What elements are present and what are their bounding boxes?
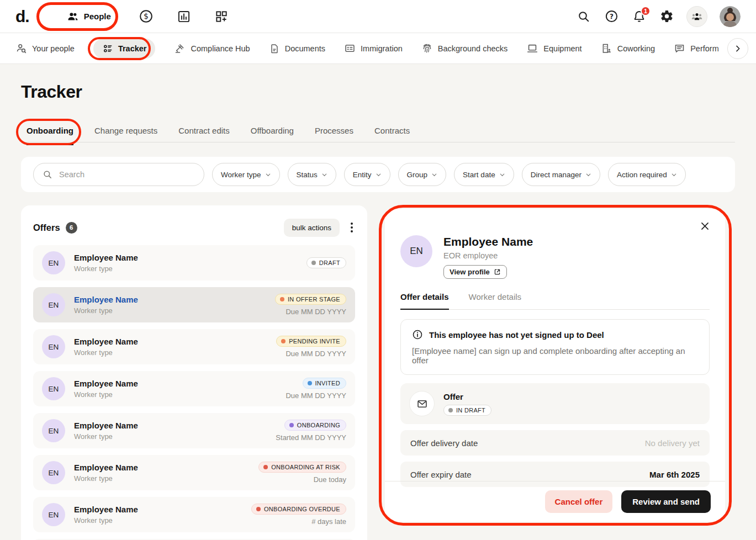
bulk-actions-button[interactable]: bulk actions xyxy=(284,219,340,237)
search-icon[interactable] xyxy=(576,9,591,24)
offer-delivery-date-row: Offer delivery date No delivery yet xyxy=(400,430,710,456)
id-card-icon xyxy=(344,43,356,54)
org-switcher-people[interactable]: People xyxy=(57,6,121,28)
filter-status[interactable]: Status xyxy=(288,163,336,186)
nav-item-performance[interactable]: Perform xyxy=(674,43,719,54)
filter-worker-type[interactable]: Worker type xyxy=(212,163,280,186)
notification-count-badge: 1 xyxy=(641,6,651,16)
person-search-icon xyxy=(15,43,27,54)
status-badge: IN OFFER STAGE xyxy=(275,294,346,305)
avatar: EN xyxy=(42,503,65,526)
due-date: Due MM DD YYYY xyxy=(286,350,346,358)
notice-body: [Employee name] can sign up and complete… xyxy=(412,346,698,365)
filter-action-required[interactable]: Action required xyxy=(608,163,686,186)
worker-type: Worker type xyxy=(74,516,138,525)
offer-row[interactable]: EN Employee NameWorker type ONBOARDING A… xyxy=(33,455,355,490)
nav-item-equipment[interactable]: Equipment xyxy=(526,43,581,55)
status-badge: PENDING INVITE xyxy=(276,336,346,347)
top-bar: d. People $ ? xyxy=(0,0,756,33)
filter-label: Group xyxy=(407,171,428,179)
external-link-icon xyxy=(494,268,501,276)
kebab-menu-icon[interactable] xyxy=(348,220,355,235)
status-badge: ONBOARDING xyxy=(284,420,346,431)
nav-item-tracker[interactable]: Tracker xyxy=(93,39,156,59)
offer-row[interactable]: EN Employee NameWorker type PENDING INVI… xyxy=(33,329,355,364)
search-field[interactable] xyxy=(33,163,204,186)
view-profile-label: View profile xyxy=(450,268,490,276)
due-date: Due MM DD YYYY xyxy=(286,308,346,316)
nav-item-compliance-hub[interactable]: Compliance Hub xyxy=(174,43,250,54)
payroll-dollar-icon[interactable]: $ xyxy=(139,9,154,24)
employee-name: Employee Name xyxy=(443,235,533,248)
nav-scroll-right-button[interactable] xyxy=(727,38,748,59)
nav-item-your-people[interactable]: Your people xyxy=(15,43,75,54)
employee-name[interactable]: Employee Name xyxy=(74,505,138,514)
employee-name[interactable]: Employee Name xyxy=(74,295,138,304)
search-input[interactable] xyxy=(59,170,195,179)
offers-list: EN Employee NameWorker type DRAFT EN Emp… xyxy=(33,245,355,540)
start-date: Started MM DD YYYY xyxy=(276,433,346,442)
settings-gear-icon[interactable] xyxy=(659,9,674,24)
filter-direct-manager[interactable]: Direct manager xyxy=(522,163,600,186)
offer-status-box: Offer IN DRAFT xyxy=(400,383,710,424)
apps-grid-icon[interactable] xyxy=(214,9,229,24)
svg-text:$: $ xyxy=(144,12,149,20)
team-members-icon[interactable] xyxy=(686,6,707,27)
panel-footer: Cancel offer Review and send xyxy=(385,481,725,522)
secondary-nav: Your people Tracker Compliance Hub Docum… xyxy=(0,33,756,64)
offer-row[interactable]: EN Employee NameWorker type ONBOARDING O… xyxy=(33,497,355,532)
filter-group[interactable]: Group xyxy=(398,163,447,186)
search-icon xyxy=(43,170,52,179)
chevron-down-icon xyxy=(265,172,271,178)
deel-logo[interactable]: d. xyxy=(15,7,29,26)
building-icon xyxy=(601,43,612,54)
nav-item-documents[interactable]: Documents xyxy=(269,43,325,54)
view-profile-button[interactable]: View profile xyxy=(443,265,507,279)
status-badge: ONBOARDING AT RISK xyxy=(258,462,346,473)
tab-offer-details[interactable]: Offer details xyxy=(400,292,449,310)
offer-row[interactable]: EN Employee NameWorker type DRAFT xyxy=(33,245,355,280)
offers-card: Offers 6 bulk actions EN Employee NameWo… xyxy=(21,205,367,540)
user-avatar[interactable] xyxy=(720,6,741,27)
nav-label: Your people xyxy=(32,44,75,53)
document-icon xyxy=(269,43,280,54)
offer-row[interactable]: EN Employee NameWorker type INVITEDDue M… xyxy=(33,371,355,406)
cancel-offer-button[interactable]: Cancel offer xyxy=(545,490,613,513)
help-icon[interactable]: ? xyxy=(604,9,619,24)
chevron-down-icon xyxy=(671,172,677,178)
tab-worker-details[interactable]: Worker details xyxy=(469,292,522,310)
field-label: Offer expiry date xyxy=(410,470,472,479)
filter-start-date[interactable]: Start date xyxy=(454,163,514,186)
close-icon[interactable] xyxy=(696,218,713,234)
employee-name[interactable]: Employee Name xyxy=(74,463,138,472)
due-date: Due MM DD YYYY xyxy=(286,391,346,400)
field-value: Mar 6th 2025 xyxy=(649,470,700,479)
chevron-down-icon xyxy=(431,172,437,178)
signup-notice: This employee has not yet signed up to D… xyxy=(400,319,710,375)
offer-row[interactable]: EN Employee NameWorker type ONBOARDINGSt… xyxy=(33,413,355,448)
mail-icon xyxy=(409,391,435,416)
filter-entity[interactable]: Entity xyxy=(344,163,390,186)
avatar: EN xyxy=(42,251,65,274)
offer-row-selected[interactable]: EN Employee NameWorker type IN OFFER STA… xyxy=(33,287,355,322)
employee-name[interactable]: Employee Name xyxy=(74,421,138,430)
analytics-chart-icon[interactable] xyxy=(176,9,192,24)
worker-type: Worker type xyxy=(74,306,138,315)
due-date: Due today xyxy=(314,475,346,484)
filter-label: Start date xyxy=(463,171,495,179)
offers-title: Offers xyxy=(33,223,60,233)
review-and-send-button[interactable]: Review and send xyxy=(621,490,711,513)
nav-item-immigration[interactable]: Immigration xyxy=(344,43,403,54)
worker-type: Worker type xyxy=(74,432,138,441)
employee-name[interactable]: Employee Name xyxy=(74,337,138,346)
nav-item-background-checks[interactable]: Background checks xyxy=(421,43,508,54)
info-icon xyxy=(412,329,423,340)
status-badge: INVITED xyxy=(303,378,347,389)
notifications-bell-icon[interactable]: 1 xyxy=(631,9,647,24)
employee-name[interactable]: Employee Name xyxy=(74,253,138,262)
worker-type: Worker type xyxy=(74,264,138,273)
employee-name[interactable]: Employee Name xyxy=(74,379,138,388)
fingerprint-icon xyxy=(421,43,433,54)
nav-item-coworking[interactable]: Coworking xyxy=(601,43,655,54)
nav-label: Tracker xyxy=(118,44,147,53)
